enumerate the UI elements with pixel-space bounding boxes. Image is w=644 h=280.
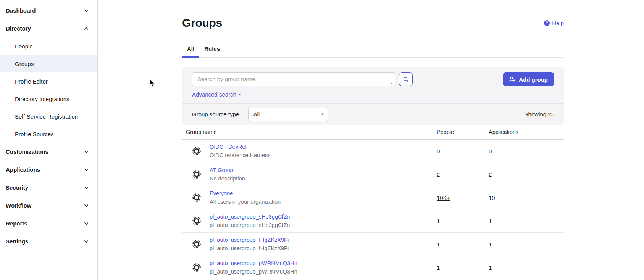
sidebar-item-directory-integrations[interactable]: Directory Integrations [0,90,97,108]
help-link[interactable]: ? Help [544,20,564,26]
group-icon [192,216,201,225]
chevron-down-icon [84,149,89,154]
tab-rules[interactable]: Rules [199,42,225,57]
applications-count: 19 [489,195,564,201]
people-count: 1 [437,218,489,224]
group-icon [192,240,201,249]
group-name-link[interactable]: OIDC - DevRel [210,144,271,150]
help-icon: ? [544,20,550,26]
column-header-applications: Applications [489,129,564,135]
search-input-wrap [192,72,395,86]
column-header-people: People [437,129,489,135]
sidebar-item-groups[interactable]: Groups [0,55,97,72]
applications-count: 0 [489,148,564,154]
table-row: pl_auto_usergroup_fHqZKzX9Fi pl_auto_use… [182,233,564,256]
group-name-link[interactable]: pl_auto_usergroup_fHqZKzX9Fi [210,237,289,243]
groups-table: Group name People Applications OIDC - De… [182,125,564,279]
add-group-label: Add group [519,76,548,83]
sidebar-item-label: Reports [6,220,27,227]
tab-all[interactable]: All [182,42,199,57]
group-name-link[interactable]: pl_auto_usergroup_sHe3ggCfZn [210,214,290,220]
chevron-up-icon [84,26,89,31]
group-name-link[interactable]: Everyone [210,190,281,196]
group-description: No description [210,175,245,182]
applications-count: 1 [489,218,564,224]
group-name-link[interactable]: AT Group [210,167,245,173]
sidebar-item-label: Workflow [6,202,31,209]
sidebar-item-customizations[interactable]: Customizations [0,143,97,161]
add-user-icon [509,76,515,82]
table-row: OIDC - DevRel OIDC reference Harness 0 0 [182,140,564,163]
sidebar-item-profile-editor[interactable]: Profile Editor [0,72,97,90]
sidebar-item-label: Directory [6,25,31,32]
people-count: 1 [437,241,489,248]
controls-panel: Add group Advanced search ▾ Group source… [182,67,564,125]
chevron-down-icon [84,221,89,226]
sidebar-item-label: Customizations [6,148,48,155]
sidebar-item-label: Security [6,184,28,191]
group-description: All users in your organization [210,199,281,205]
sidebar-item-workflow[interactable]: Workflow [0,196,97,214]
group-description: pl_auto_usergroup_sHe3ggCfZn [210,222,290,228]
help-label: Help [552,20,564,26]
applications-count: 1 [489,264,564,271]
sidebar-item-label: People [15,43,33,50]
sidebar-item-self-service-registration[interactable]: Self-Service Registration [0,108,97,125]
advanced-search-label: Advanced search [192,91,236,98]
mouse-cursor [149,79,156,88]
table-row: pl_auto_usergroup_pWRNMuQ3Hn pl_auto_use… [182,256,564,279]
main-content: Groups ? Help All Rules Add group [182,0,564,279]
sidebar-item-label: Profile Editor [15,78,48,85]
people-count: 0 [437,148,489,154]
group-description: OIDC reference Harness [210,152,271,158]
selected-option: All [253,111,260,117]
column-header-group-name: Group name [182,129,437,135]
sidebar: Dashboard Directory People Groups Profil… [0,0,98,280]
people-count: 1 [437,264,489,271]
sidebar-item-label: Dashboard [6,7,36,14]
table-row: pl_auto_usergroup_sHe3ggCfZn pl_auto_use… [182,209,564,233]
chevron-down-icon [84,203,89,208]
sidebar-item-label: Settings [6,238,28,245]
group-icon [192,170,201,179]
group-description: pl_auto_usergroup_fHqZKzX9Fi [210,245,289,251]
search-button[interactable] [399,72,413,86]
applications-count: 2 [489,171,564,178]
people-count: 2 [437,171,489,178]
sidebar-item-security[interactable]: Security [0,179,97,196]
group-icon [192,146,201,156]
table-header: Group name People Applications [182,125,564,140]
search-icon [403,76,409,82]
add-group-button[interactable]: Add group [503,72,554,86]
page-title: Groups [182,16,222,30]
sidebar-item-label: Directory Integrations [15,96,69,102]
group-source-type-label: Group source type [192,111,239,117]
sidebar-item-dashboard[interactable]: Dashboard [0,2,97,19]
sidebar-item-label: Profile Sources [15,131,54,137]
sidebar-item-profile-sources[interactable]: Profile Sources [0,125,97,143]
chevron-down-icon [84,239,89,244]
search-input[interactable] [192,73,395,86]
sidebar-item-settings[interactable]: Settings [0,232,97,250]
people-count-link[interactable]: 10K+ [437,195,489,201]
table-row: Everyone All users in your organization … [182,186,564,209]
sidebar-item-reports[interactable]: Reports [0,214,97,232]
chevron-down-icon [84,8,89,13]
table-row: AT Group No description 2 2 [182,163,564,186]
sidebar-item-label: Applications [6,166,40,173]
caret-down-icon: ▾ [321,112,324,116]
applications-count: 1 [489,241,564,248]
chevron-down-icon [84,167,89,172]
sidebar-item-directory[interactable]: Directory [0,19,97,37]
sidebar-item-label: Self-Service Registration [15,113,78,120]
group-icon [192,193,201,202]
sidebar-item-people[interactable]: People [0,37,97,55]
showing-count: Showing 25 [525,111,554,117]
sidebar-item-label: Groups [15,61,34,67]
advanced-search-link[interactable]: Advanced search ▾ [192,91,241,98]
sidebar-item-applications[interactable]: Applications [0,161,97,179]
group-source-type-select[interactable]: All ▾ [248,108,328,121]
tab-bar: All Rules [182,42,564,58]
group-name-link[interactable]: pl_auto_usergroup_pWRNMuQ3Hn [210,260,297,266]
group-description: pl_auto_usergroup_pWRNMuQ3Hn [210,269,297,275]
